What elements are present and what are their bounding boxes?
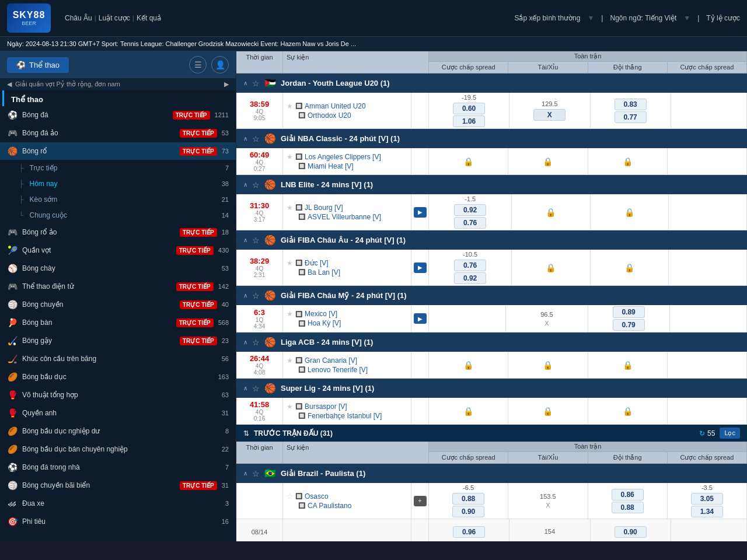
sidebar-item-bong-bau-duc[interactable]: 🏉 Bóng bầu dục 163 [0, 368, 236, 386]
play-button[interactable]: ▶ [414, 313, 427, 324]
star-icon[interactable]: ☆ [252, 79, 260, 88]
win1-btn[interactable]: 0.89 [613, 306, 645, 318]
team1-name[interactable]: JL Bourg [V] [305, 204, 343, 212]
list-icon-btn[interactable]: ☰ [189, 56, 207, 74]
odd-btn-2[interactable]: 0.92 [454, 272, 486, 284]
star-event[interactable]: ★ [287, 402, 293, 411]
sidebar-item-quan-vot[interactable]: 🎾 Quần vợt TRỰC TIẾP 430 [0, 242, 236, 260]
league-header-fiba-my[interactable]: ∧ ☆ 🏀 Giải FIBA Châu Mỹ - 24 phút [V] (1… [236, 286, 747, 305]
win1-btn[interactable]: 0.90 [615, 526, 647, 538]
team2-name[interactable]: Orthodox U20 [308, 111, 351, 120]
sidebar-subitem-homnay[interactable]: ├ Hôm nay 38 [0, 176, 236, 192]
filter-button[interactable]: Lọc [720, 428, 740, 439]
sidebar-item-bong-ro-ao[interactable]: 🎮 Bóng rổ ảo TRỰC TIẾP 18 [0, 223, 236, 242]
sports-button[interactable]: ⚽ Thể thao [7, 57, 69, 73]
sidebar-item-dua-xe[interactable]: 🏎 Đua xe 3 [0, 495, 236, 513]
extra-btn-1[interactable]: 3.05 [691, 493, 723, 505]
star-icon[interactable]: ☆ [252, 291, 260, 300]
nav-chau-au[interactable]: Châu Âu [65, 14, 92, 22]
league-header-lnb[interactable]: ∧ ☆ 🏀 LNB Elite - 24 mins [V] (1) [236, 175, 747, 194]
league-header-jordan[interactable]: ∧ ☆ 🇯🇴 Jordan - Youth League U20 (1) [236, 74, 747, 93]
win2-btn[interactable]: 0.88 [612, 502, 644, 513]
odd-btn-2[interactable]: 0.90 [452, 506, 484, 517]
sidebar-item-bong-ro[interactable]: 🏀 Bóng rổ TRỰC TIẾP 73 [0, 142, 236, 160]
win1-btn[interactable]: 0.86 [612, 489, 644, 501]
team1-name[interactable]: Los Angeles Clippers [V] [305, 153, 381, 161]
odd-btn-1[interactable]: 0.76 [454, 260, 486, 271]
play-button[interactable]: + [414, 496, 427, 506]
odd-btn-1[interactable]: 0.92 [454, 204, 486, 216]
star-icon[interactable]: ☆ [252, 236, 260, 245]
team2-name[interactable]: Hoa Kỳ [V] [308, 319, 341, 327]
team2-name[interactable]: Miami Heat [V] [308, 162, 354, 170]
sidebar-item-bong-ban[interactable]: 🏓 Bóng bàn TRỰC TIẾP 568 [0, 314, 236, 332]
team2-name[interactable]: ASVEL Villeurbanne [V] [308, 213, 381, 221]
star-icon[interactable]: ☆ [252, 180, 260, 190]
sidebar-item-bong-da[interactable]: ⚽ Bóng đá TRỰC TIẾP 1211 [0, 106, 236, 124]
league-header-brazil[interactable]: ∧ ☆ 🇧🇷 Giải Brazil - Paulista (1) [236, 464, 747, 483]
star-event[interactable]: ★ [287, 102, 293, 110]
team1-name[interactable]: Osasco [305, 492, 329, 501]
expand-icon[interactable]: ⇅ [243, 429, 249, 438]
sidebar-item-bong-bau-duc-ban-chuyen[interactable]: 🏉 Bóng bầu dục bán chuyên nghiệp 22 [0, 440, 236, 459]
star-event[interactable]: ★ [287, 310, 293, 318]
sort-label[interactable]: Sắp xếp bình thường [514, 14, 580, 22]
sidebar-item-bong-da-ao[interactable]: 🎮 Bóng đá ảo TRỰC TIẾP 53 [0, 124, 236, 142]
team1-name[interactable]: Gran Canaria [V] [305, 356, 357, 365]
league-header-nba[interactable]: ∧ ☆ 🏀 Giải NBA Classic - 24 phút [V] (1) [236, 129, 747, 148]
star-icon[interactable]: ☆ [252, 134, 260, 144]
user-icon-btn[interactable]: 👤 [211, 56, 229, 74]
odd-btn-1[interactable]: 0.96 [453, 526, 485, 538]
win2-btn[interactable]: 0.77 [615, 111, 647, 123]
star-icon[interactable]: ☆ [252, 384, 260, 393]
star-event[interactable]: ★ [287, 259, 293, 267]
team2-name[interactable]: Ba Lan [V] [308, 268, 340, 276]
play-button[interactable]: ▶ [414, 262, 427, 273]
star-event[interactable]: ★ [287, 153, 293, 161]
sidebar-item-bong-gay[interactable]: 🏑 Bóng gậy TRỰC TIẾP 23 [0, 332, 236, 350]
team2-name[interactable]: CA Paulistano [308, 502, 351, 510]
sidebar-item-the-thao-dien-tu[interactable]: 🎮 Thể thao điện tử TRỰC TIẾP 142 [0, 278, 236, 296]
team1-name[interactable]: Amman United U20 [305, 102, 366, 110]
team1-name[interactable]: Mexico [V] [305, 310, 337, 318]
sidebar-subitem-chungcuoc[interactable]: └ Chung cuộc 14 [0, 208, 236, 223]
odd-btn-1[interactable]: 0.88 [452, 493, 484, 505]
team2-name[interactable]: Fenerbahçe Istanbul [V] [308, 412, 382, 420]
star-event[interactable]: ★ [287, 356, 293, 365]
sidebar-item-vo-thuat[interactable]: 🥊 Võ thuật tổng hợp 63 [0, 386, 236, 404]
sidebar-item-phi-tieu[interactable]: 🎯 Phi tiêu 16 [0, 513, 236, 531]
team2-name[interactable]: Lenovo Tenerife [V] [308, 366, 368, 374]
sidebar-item-khuc-con-cau[interactable]: 🏒 Khúc côn cầu trên băng 56 [0, 350, 236, 368]
sidebar-subitem-tructiep[interactable]: ├ Trực tiếp 7 [0, 160, 236, 176]
league-header-fiba-au[interactable]: ∧ ☆ 🏀 Giải FIBA Châu Âu - 24 phút [V] (1… [236, 230, 747, 250]
star-icon[interactable]: ☆ [252, 338, 260, 347]
team1-name[interactable]: Đức [V] [305, 259, 329, 267]
odds-label[interactable]: Tỷ lệ cược [706, 14, 740, 22]
sidebar-item-bong-da-trong-nha[interactable]: ⚽ Bóng đá trong nhà 7 [0, 459, 236, 477]
tai-btn[interactable]: X [533, 109, 566, 121]
star-event[interactable]: ★ [287, 204, 293, 212]
league-header-acb[interactable]: ∧ ☆ 🏀 Liga ACB - 24 mins [V] (1) [236, 332, 747, 352]
odd-btn-2[interactable]: 0.76 [454, 217, 486, 229]
nav-ket-qua[interactable]: Kết quả [137, 14, 161, 22]
sidebar-item-bong-chuyen[interactable]: 🏐 Bóng chuyền TRỰC TIẾP 40 [0, 296, 236, 314]
odd-btn-1[interactable]: 0.60 [453, 103, 485, 114]
star-icon[interactable]: ☆ [252, 469, 260, 478]
sidebar-item-bong-chay[interactable]: ⚾ Bóng chày 53 [0, 260, 236, 278]
odd-btn-2[interactable]: 1.06 [453, 116, 485, 127]
sidebar-subitem-keosом[interactable]: ├ Kèo sớm 21 [0, 192, 236, 208]
chevron-icon: ∧ [243, 385, 247, 391]
win2-btn[interactable]: 0.79 [613, 319, 645, 331]
team1-name[interactable]: Bursaspor [V] [305, 402, 347, 411]
win1-btn[interactable]: 0.83 [615, 99, 647, 110]
sidebar-item-bong-chuyen-bai-bien[interactable]: 🏐 Bóng chuyền bãi biển TRỰC TIẾP 31 [0, 477, 236, 495]
star-event[interactable]: ☆ [287, 492, 293, 501]
sidebar-item-bong-bau-duc-nghiep-du[interactable]: 🏉 Bóng bầu dục nghiệp dư 8 [0, 422, 236, 440]
cell-video-empty [411, 398, 429, 424]
lang-label[interactable]: Ngôn ngữ: Tiếng Việt [610, 14, 676, 22]
play-button[interactable]: ▶ [414, 207, 427, 218]
league-header-super-lig[interactable]: ∧ ☆ 🏀 Super Lig - 24 mins [V] (1) [236, 379, 747, 398]
extra-btn-2[interactable]: 1.34 [691, 506, 723, 517]
sidebar-item-quyen-anh[interactable]: 🥊 Quyền anh 31 [0, 404, 236, 422]
nav-luat-cuoc[interactable]: Luật cược [99, 14, 130, 22]
